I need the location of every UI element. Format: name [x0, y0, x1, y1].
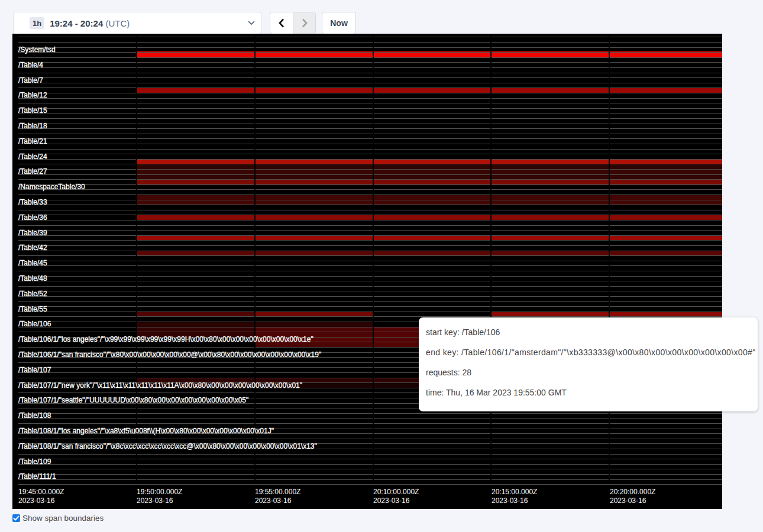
- svg-text:/Table/4: /Table/4: [18, 61, 43, 69]
- svg-text:2023-03-16: 2023-03-16: [373, 497, 410, 505]
- svg-text:/Table/106: /Table/106: [18, 320, 51, 328]
- svg-text:/Table/27: /Table/27: [18, 167, 47, 176]
- svg-text:20:10:00.000Z: 20:10:00.000Z: [373, 488, 419, 496]
- svg-text:19:50:00.000Z: 19:50:00.000Z: [137, 488, 182, 496]
- svg-text:/Table/15: /Table/15: [18, 106, 47, 115]
- svg-text:/Table/21: /Table/21: [18, 137, 47, 145]
- svg-text:/Table/107: /Table/107: [18, 366, 51, 374]
- svg-text:/Table/109: /Table/109: [18, 458, 51, 466]
- svg-text:/Table/36: /Table/36: [18, 213, 47, 222]
- svg-text:/Table/18: /Table/18: [18, 122, 47, 130]
- svg-text:/Table/107/1/"new york"/"\x11\: /Table/107/1/"new york"/"\x11\x11\x11\x1…: [18, 381, 302, 390]
- svg-text:/Table/108: /Table/108: [18, 411, 51, 420]
- svg-text:/NamespaceTable/30: /NamespaceTable/30: [18, 183, 85, 191]
- svg-text:2023-03-16: 2023-03-16: [492, 497, 528, 505]
- svg-text:19:45:00.000Z: 19:45:00.000Z: [18, 488, 64, 496]
- svg-text:2023-03-16: 2023-03-16: [610, 497, 646, 505]
- svg-text:/Table/107/1/"seattle"/"UUUUUU: /Table/107/1/"seattle"/"UUUUUUD\x00\x80\…: [18, 396, 248, 404]
- svg-text:/Table/48: /Table/48: [18, 274, 47, 283]
- svg-text:/Table/7: /Table/7: [18, 76, 43, 85]
- svg-text:2023-03-16: 2023-03-16: [18, 497, 55, 505]
- svg-text:/Table/106/1/"los angeles"/"\x: /Table/106/1/"los angeles"/"\x99\x99\x99…: [18, 335, 313, 343]
- svg-text:/Table/106/1/"san francisco"/": /Table/106/1/"san francisco"/"\x80\x00\x…: [18, 351, 321, 359]
- svg-text:/Table/108/1/"san francisco"/": /Table/108/1/"san francisco"/"\x8c\xcc\x…: [18, 442, 317, 450]
- svg-text:/Table/33: /Table/33: [18, 198, 47, 206]
- svg-text:/Table/52: /Table/52: [18, 290, 47, 298]
- svg-text:/Table/55: /Table/55: [18, 305, 47, 313]
- svg-text:20:20:00.000Z: 20:20:00.000Z: [610, 488, 655, 496]
- svg-text:/Table/24: /Table/24: [18, 153, 47, 161]
- svg-text:/Table/111/1: /Table/111/1: [18, 472, 56, 481]
- svg-text:/Table/42: /Table/42: [18, 244, 47, 252]
- svg-text:/System/tsd: /System/tsd: [18, 46, 56, 54]
- svg-text:20:15:00.000Z: 20:15:00.000Z: [492, 488, 537, 496]
- svg-text:2023-03-16: 2023-03-16: [137, 497, 173, 505]
- svg-text:/Table/108/1/"los angeles"/"\x: /Table/108/1/"los angeles"/"\xa8\xf5\u00…: [18, 427, 274, 435]
- svg-text:2023-03-16: 2023-03-16: [255, 497, 292, 505]
- svg-text:/Table/12: /Table/12: [18, 91, 47, 99]
- svg-text:/Table/45: /Table/45: [18, 259, 47, 267]
- svg-text:/Table/39: /Table/39: [18, 229, 47, 237]
- svg-text:19:55:00.000Z: 19:55:00.000Z: [255, 488, 300, 496]
